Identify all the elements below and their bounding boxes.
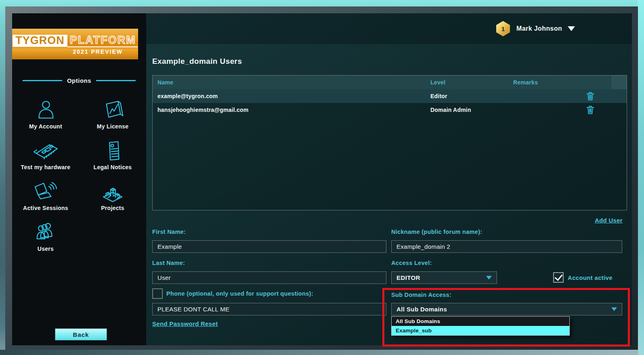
access-level-label: Access Level: xyxy=(391,260,432,266)
sidebar-item-label: My Account xyxy=(29,123,62,130)
user-level-badge: 1 xyxy=(496,21,510,36)
table-header-row: Name Level Remarks xyxy=(153,76,627,89)
phone-input[interactable] xyxy=(152,303,386,315)
table-row[interactable]: hansjehooghiemstra@gmail.com Domain Admi… xyxy=(153,103,627,117)
sub-domain-select[interactable]: All Sub Domains xyxy=(391,303,622,315)
cell-spacer xyxy=(610,89,627,103)
delete-user-button[interactable] xyxy=(586,105,594,114)
first-name-input[interactable] xyxy=(152,240,386,253)
sidebar-item-label: Projects xyxy=(101,205,124,211)
sidebar-item-label: Active Sessions xyxy=(23,205,68,211)
access-level-select[interactable]: EDITOR xyxy=(391,271,497,284)
cell-level: Domain Admin xyxy=(426,103,508,117)
main-panel: 1 Mark Johnson Example_domain Users Name… xyxy=(146,13,632,345)
sub-domain-value: All Sub Domains xyxy=(396,306,447,313)
back-button[interactable]: Back xyxy=(55,328,107,340)
delete-user-button[interactable] xyxy=(586,92,594,101)
account-active-checkbox[interactable] xyxy=(553,272,564,283)
chevron-down-icon xyxy=(568,26,575,31)
column-header-remarks: Remarks xyxy=(508,76,610,89)
license-chart-icon xyxy=(100,99,125,121)
dropdown-arrow-icon xyxy=(486,276,492,279)
last-name-label: Last Name: xyxy=(152,260,185,266)
tygron-platform-logo: TYGRON PLATFORM 2021 PREVIEW xyxy=(12,29,138,59)
sidebar-item-label: My License xyxy=(97,123,128,130)
page-title: Example_domain Users xyxy=(152,57,242,66)
column-header-name: Name xyxy=(153,76,426,89)
cell-level: Editor xyxy=(426,89,508,103)
sidebar-item-test-hardware[interactable]: Test my hardware xyxy=(12,130,79,170)
user-group-icon xyxy=(32,221,59,244)
user-menu[interactable]: 1 Mark Johnson xyxy=(496,21,575,36)
nickname-input[interactable] xyxy=(391,240,622,253)
divider-line-right xyxy=(96,80,136,81)
logo-preview-text: 2021 PREVIEW xyxy=(16,48,134,55)
cell-remarks xyxy=(508,103,610,117)
dropdown-option-example-sub[interactable]: Example_sub xyxy=(392,326,569,335)
table-scroll-corner xyxy=(610,76,627,89)
window-content: TYGRON PLATFORM 2021 PREVIEW Options My … xyxy=(12,13,632,345)
buildings-icon xyxy=(100,181,125,203)
add-user-link[interactable]: Add User xyxy=(595,217,623,224)
sidebar-item-users[interactable]: Users xyxy=(12,211,79,252)
phone-checkbox[interactable] xyxy=(152,288,163,299)
sidebar-item-label: Users xyxy=(38,246,54,252)
desktop-background-right xyxy=(638,0,644,355)
sidebar: TYGRON PLATFORM 2021 PREVIEW Options My … xyxy=(12,13,146,345)
cell-name: hansjehooghiemstra@gmail.com xyxy=(153,103,426,117)
nickname-label: Nickname (public forum name): xyxy=(391,229,482,235)
first-name-label: First Name: xyxy=(152,229,186,235)
nav-grid-empty-cell xyxy=(79,211,146,252)
sidebar-item-my-account[interactable]: My Account xyxy=(12,89,79,130)
sub-domain-dropdown-list: All Sub Domains Example_sub xyxy=(391,316,570,336)
last-name-input[interactable] xyxy=(152,271,386,284)
send-password-reset-link[interactable]: Send Password Reset xyxy=(152,320,218,327)
logo-platform-text: PLATFORM xyxy=(67,34,138,47)
sidebar-item-projects[interactable]: Projects xyxy=(79,170,146,211)
person-icon xyxy=(33,99,58,121)
dropdown-option-all-sub-domains[interactable]: All Sub Domains xyxy=(392,317,569,326)
laptop-signal-icon xyxy=(31,181,60,203)
options-title: Options xyxy=(67,77,91,84)
hardware-card-icon xyxy=(30,140,61,162)
cell-remarks xyxy=(508,89,610,103)
document-icon xyxy=(100,140,125,162)
desktop-background-bottom xyxy=(0,350,638,355)
divider-line-left xyxy=(23,80,62,81)
dropdown-arrow-icon xyxy=(611,307,617,311)
sidebar-nav-grid: My Account My License xyxy=(12,89,146,252)
sidebar-item-active-sessions[interactable]: Active Sessions xyxy=(12,170,79,211)
phone-label: Phone (optional, only used for support q… xyxy=(166,290,313,297)
sidebar-item-legal-notices[interactable]: Legal Notices xyxy=(79,130,146,170)
access-level-value: EDITOR xyxy=(396,274,420,281)
account-active-label: Account active xyxy=(568,274,613,281)
sub-domain-access-label: Sub Domain Access: xyxy=(391,292,451,298)
column-header-level: Level xyxy=(426,76,508,89)
sidebar-item-my-license[interactable]: My License xyxy=(79,89,146,130)
user-name: Mark Johnson xyxy=(516,25,562,32)
sidebar-item-label: Legal Notices xyxy=(94,164,132,170)
cell-spacer xyxy=(610,103,627,117)
users-table: Name Level Remarks example@tygron.com Ed… xyxy=(152,75,627,210)
table-row[interactable]: example@tygron.com Editor xyxy=(153,89,627,103)
sidebar-item-label: Test my hardware xyxy=(21,164,71,170)
options-section-header: Options xyxy=(12,77,146,84)
logo-tygron-text: TYGRON xyxy=(13,35,67,47)
window-frame: TYGRON PLATFORM 2021 PREVIEW Options My … xyxy=(5,6,638,350)
cell-name: example@tygron.com xyxy=(153,89,426,103)
logo-wordmark: TYGRON PLATFORM xyxy=(16,34,134,47)
